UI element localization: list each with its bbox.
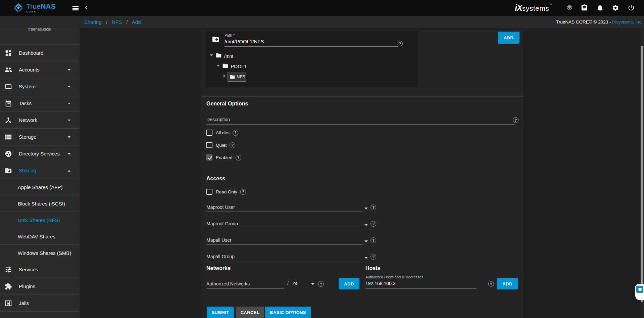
chevron-down-icon[interactable]: [364, 224, 368, 226]
directory-services-icon: [4, 150, 12, 158]
sidebar-item-sharing[interactable]: Sharing: [0, 162, 80, 179]
help-icon[interactable]: ?: [236, 155, 241, 161]
help-icon[interactable]: ?: [513, 117, 518, 123]
copyright-note: TrueNAS CORE® © 2023 - iXsystems, Inc.: [556, 16, 643, 28]
quiet-checkbox-row[interactable]: Quiet ?: [206, 142, 235, 148]
help-icon[interactable]: ?: [240, 189, 246, 195]
chevron-down-icon[interactable]: [364, 208, 368, 210]
brand-name: TrueNAS: [26, 3, 56, 10]
quiet-checkbox[interactable]: [206, 142, 212, 148]
description-field-label[interactable]: Description: [206, 117, 230, 122]
folder-icon: [215, 53, 222, 58]
chevron-down-icon[interactable]: [311, 283, 314, 285]
teamviewer-tab[interactable]: [635, 284, 644, 300]
networks-title: Networks: [206, 265, 231, 271]
tree-expand-icon[interactable]: [216, 65, 220, 67]
sidebar-item-services[interactable]: Services: [0, 261, 80, 278]
sidebar-item-jails[interactable]: Jails: [0, 295, 80, 312]
sidebar-item-plugins[interactable]: Plugins: [0, 278, 80, 295]
maproot-user-select[interactable]: Maproot User: [206, 205, 235, 210]
path-input[interactable]: /mnt/POOL1/NFS: [225, 39, 264, 44]
chevron-down-icon: [68, 86, 70, 88]
add-network-button[interactable]: ADD: [339, 278, 359, 289]
tree-node-nfs-selected[interactable]: NFS: [228, 72, 246, 82]
help-icon[interactable]: ?: [370, 237, 376, 243]
chevron-down-icon[interactable]: [364, 240, 368, 242]
tasks-calendar-icon: [4, 99, 12, 107]
chevron-down-icon[interactable]: [364, 257, 368, 259]
sidebar-item-storage[interactable]: Storage: [0, 129, 80, 145]
scrollbar-track[interactable]: [640, 28, 644, 318]
gear-settings-icon[interactable]: [612, 4, 619, 11]
tree-expand-icon[interactable]: [210, 54, 213, 56]
basic-options-button[interactable]: BASIC OPTIONS: [265, 307, 311, 318]
bell-notifications-icon[interactable]: [596, 4, 604, 11]
enabled-checkbox[interactable]: [206, 154, 212, 161]
help-icon[interactable]: ?: [370, 254, 376, 260]
authorized-hosts-input[interactable]: 192.168.100.3: [365, 281, 396, 286]
sidebar-item-unix-shares[interactable]: Unix Shares (NFS): [0, 212, 80, 228]
sidebar-item-windows-shares[interactable]: Windows Shares (SMB): [0, 245, 80, 261]
sidebar-item-block-shares[interactable]: Block Shares (iSCSI): [0, 195, 80, 212]
help-icon[interactable]: ?: [230, 142, 235, 148]
read-only-checkbox-row[interactable]: Read Only ?: [206, 188, 246, 195]
sidebar-item-dashboard[interactable]: Dashboard: [0, 45, 80, 61]
help-icon[interactable]: ?: [233, 130, 238, 136]
chevron-down-icon: [68, 103, 70, 104]
maproot-group-select[interactable]: Maproot Group: [206, 221, 238, 226]
help-icon[interactable]: ?: [370, 221, 376, 227]
cidr-separator: /: [287, 281, 289, 286]
mapall-group-select[interactable]: Mapall Group: [206, 254, 235, 259]
breadcrumb-nfs[interactable]: NFS: [112, 19, 122, 25]
add-share-button[interactable]: ADD: [498, 32, 519, 44]
help-icon[interactable]: ?: [488, 281, 494, 287]
authorized-hosts-label: Authorized Hosts and IP addresses: [365, 275, 423, 279]
cidr-select[interactable]: 24: [292, 281, 298, 286]
tree-collapse-icon[interactable]: [224, 74, 226, 78]
path-field-label: Path *: [225, 33, 235, 37]
folder-add-icon[interactable]: [211, 35, 220, 43]
sidebar-item-directory-services[interactable]: Directory Services: [0, 145, 80, 162]
add-host-button[interactable]: ADD: [497, 278, 518, 289]
chevron-down-icon: [68, 153, 70, 155]
brand-tagline: CORE: [26, 10, 56, 13]
breadcrumb-add[interactable]: Add: [132, 19, 141, 25]
sidebar-item-network[interactable]: Network: [0, 112, 80, 129]
sidebar-item-webdav-shares[interactable]: WebDAV Shares: [0, 228, 80, 245]
chevron-down-icon: [68, 136, 70, 138]
power-icon[interactable]: [628, 4, 635, 11]
mapall-user-select[interactable]: Mapall User: [206, 237, 232, 243]
top-bar: TrueNAS CORE iXsystems™: [0, 0, 644, 16]
truenas-logo[interactable]: TrueNAS CORE: [13, 3, 56, 13]
sidebar-item-apple-shares[interactable]: Apple Shares (AFP): [0, 179, 80, 195]
truecommand-layers-icon[interactable]: [566, 4, 573, 11]
field-underline: [206, 261, 363, 261]
scrollbar-thumb[interactable]: [641, 46, 643, 302]
help-icon[interactable]: ?: [397, 41, 403, 46]
submit-button[interactable]: SUBMIT: [207, 307, 234, 318]
ixsystems-link[interactable]: iXsystems, Inc.: [612, 19, 643, 25]
read-only-checkbox[interactable]: [206, 189, 212, 195]
breadcrumb-sharing[interactable]: Sharing: [84, 19, 102, 25]
authorized-networks-input[interactable]: Authorized Networks: [206, 281, 250, 286]
all-dirs-checkbox-row[interactable]: All dirs ?: [206, 129, 238, 136]
hamburger-menu-icon[interactable]: [72, 6, 79, 10]
tree-node-pool1[interactable]: POOL1: [231, 64, 247, 69]
truenas-app: TrueNAS CORE iXsystems™ Sharing: [0, 0, 644, 318]
chevron-down-icon: [68, 120, 70, 121]
all-dirs-checkbox[interactable]: [206, 130, 212, 136]
sidebar-item-accounts[interactable]: Accounts: [0, 61, 80, 78]
cancel-button[interactable]: CANCEL: [236, 307, 264, 318]
enabled-checkbox-row[interactable]: Enabled ?: [206, 154, 241, 161]
help-icon[interactable]: ?: [370, 205, 376, 210]
storage-icon: [4, 133, 12, 141]
back-chevron-icon[interactable]: [83, 4, 90, 11]
help-icon[interactable]: ?: [318, 281, 324, 287]
sidebar-item-tasks[interactable]: Tasks: [0, 95, 80, 112]
sidebar-item-system[interactable]: System: [0, 78, 80, 95]
plugins-puzzle-icon: [4, 282, 12, 290]
dashboard-icon: [4, 49, 12, 57]
tree-node-mnt[interactable]: /mnt: [224, 53, 233, 59]
clipboard-tasks-icon[interactable]: [581, 4, 588, 11]
services-tune-icon: [4, 266, 12, 274]
